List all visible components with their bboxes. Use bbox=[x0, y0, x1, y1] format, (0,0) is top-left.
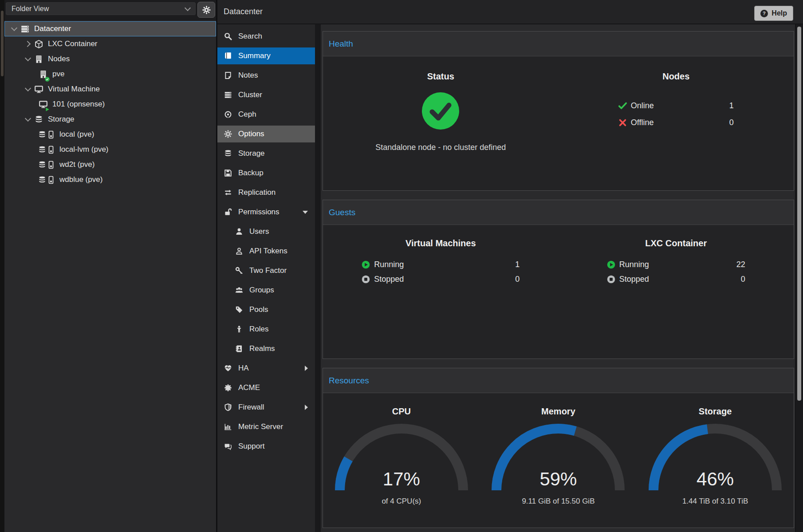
tree-header: Folder View bbox=[4, 0, 216, 20]
collapse-chevron-icon[interactable] bbox=[25, 55, 31, 61]
nodes-online-row: Online 1 bbox=[618, 101, 734, 110]
tree-item-storage-wdblue[interactable]: wdblue (pve) bbox=[4, 172, 216, 187]
row-label: Stopped bbox=[619, 275, 649, 284]
users-icon bbox=[235, 286, 243, 294]
database-icon bbox=[224, 150, 232, 158]
vm-stopped-count: 0 bbox=[515, 275, 520, 284]
cpu-heading: CPU bbox=[392, 406, 411, 417]
menu-item-two-factor[interactable]: Two Factor bbox=[217, 262, 315, 279]
menu-item-metric-server[interactable]: Metric Server bbox=[217, 418, 315, 435]
replication-icon bbox=[224, 189, 232, 197]
menu-item-support[interactable]: Support bbox=[217, 438, 315, 455]
key-icon bbox=[235, 267, 243, 275]
drive-icon bbox=[47, 146, 55, 154]
tree-item-lxc-container[interactable]: LXC Container bbox=[4, 36, 216, 51]
content-scrollbar-thumb[interactable] bbox=[797, 27, 801, 401]
tree-item-storage[interactable]: Storage bbox=[4, 112, 216, 127]
menu-item-ceph[interactable]: Ceph bbox=[217, 106, 315, 123]
tree-item-vm-101[interactable]: 101 (opnsense) bbox=[4, 97, 216, 112]
menu-item-label: Permissions bbox=[238, 208, 279, 217]
menu-item-label: Users bbox=[249, 227, 269, 236]
view-mode-select[interactable]: Folder View bbox=[6, 2, 196, 15]
menu-item-groups[interactable]: Groups bbox=[217, 282, 315, 299]
menu-item-replication[interactable]: Replication bbox=[217, 184, 315, 201]
menu-item-cluster[interactable]: Cluster bbox=[217, 87, 315, 103]
left-scrollbar-thumb[interactable] bbox=[1, 11, 4, 76]
menu-item-realms[interactable]: Realms bbox=[217, 340, 315, 357]
cpu-gauge: 17% bbox=[335, 424, 468, 491]
collapse-chevron-icon[interactable] bbox=[25, 85, 31, 91]
lxc-container-column: LXC Container Running 22 Stopped 0 bbox=[559, 225, 794, 359]
open-lock-icon bbox=[224, 208, 232, 216]
lxc-running-count: 22 bbox=[736, 260, 745, 269]
menu-item-storage[interactable]: Storage bbox=[217, 145, 315, 162]
row-label: Online bbox=[631, 101, 654, 110]
menu-item-backup[interactable]: Backup bbox=[217, 165, 315, 181]
caret-right-icon bbox=[305, 366, 308, 371]
nodes-offline-row: Offline 0 bbox=[618, 118, 734, 127]
tree-item-pve[interactable]: pve bbox=[4, 67, 216, 82]
tree-item-label: pve bbox=[52, 70, 64, 79]
offline-count: 0 bbox=[729, 118, 734, 127]
menu-item-permissions[interactable]: Permissions bbox=[217, 204, 315, 221]
menu-item-users[interactable]: Users bbox=[217, 223, 315, 240]
tree-item-label: LXC Container bbox=[48, 39, 98, 48]
collapse-chevron-icon[interactable] bbox=[25, 115, 31, 122]
menu-item-ha[interactable]: HA bbox=[217, 360, 315, 377]
tree-settings-button[interactable] bbox=[197, 2, 215, 18]
menu-item-roles[interactable]: Roles bbox=[217, 321, 315, 338]
top-bar: Datacenter Help bbox=[217, 0, 803, 24]
menu-item-label: Summary bbox=[238, 51, 271, 60]
tree-item-storage-wd2t[interactable]: wd2t (pve) bbox=[4, 157, 216, 172]
menu-item-label: Support bbox=[238, 442, 265, 451]
tree-item-label: local (pve) bbox=[59, 130, 94, 139]
menu-item-label: Two Factor bbox=[249, 266, 287, 275]
running-play-badge-icon bbox=[45, 107, 50, 112]
user-outline-icon bbox=[235, 247, 243, 255]
tree-item-storage-local[interactable]: local (pve) bbox=[4, 127, 216, 142]
health-panel: Health Status Standalone node - no clust… bbox=[323, 31, 794, 191]
comments-icon bbox=[224, 442, 232, 450]
menu-item-label: Roles bbox=[249, 325, 268, 334]
cluster-icon bbox=[224, 91, 232, 99]
menu-item-acme[interactable]: ACME bbox=[217, 379, 315, 396]
tree-item-label: Datacenter bbox=[34, 24, 71, 33]
virtual-machines-column: Virtual Machines Running 1 Stopped 0 bbox=[323, 225, 559, 359]
drive-icon bbox=[47, 176, 55, 184]
nodes-status-column: Nodes Online 1 Offline 0 bbox=[559, 56, 794, 190]
resources-panel: Resources CPU 17% of 4 CPU(s) Memory bbox=[323, 368, 794, 528]
tree-item-label: Nodes bbox=[48, 55, 70, 63]
menu-item-label: Realms bbox=[249, 344, 275, 353]
storage-percent: 46% bbox=[649, 469, 782, 490]
lxc-running-row: Running 22 bbox=[607, 258, 745, 271]
menu-item-summary[interactable]: Summary bbox=[217, 47, 315, 64]
menu-item-firewall[interactable]: Firewall bbox=[217, 399, 315, 416]
question-icon bbox=[760, 10, 768, 17]
menu-item-options[interactable]: Options bbox=[217, 126, 315, 142]
menu-item-api-tokens[interactable]: API Tokens bbox=[217, 243, 315, 260]
content-scrollbar[interactable] bbox=[795, 24, 803, 532]
tree-item-virtual-machine[interactable]: Virtual Machine bbox=[4, 82, 216, 97]
tree-item-nodes[interactable]: Nodes bbox=[4, 51, 216, 67]
menu-item-search[interactable]: Search bbox=[217, 28, 315, 45]
tree-item-datacenter[interactable]: Datacenter bbox=[4, 21, 216, 36]
expand-chevron-icon[interactable] bbox=[24, 41, 31, 47]
drive-icon bbox=[47, 130, 55, 139]
menu-item-notes[interactable]: Notes bbox=[217, 67, 315, 84]
menu-item-label: Ceph bbox=[238, 110, 256, 119]
database-icon bbox=[35, 115, 43, 124]
cpu-gauge-column: CPU 17% of 4 CPU(s) bbox=[323, 393, 480, 528]
tree-item-storage-local-lvm[interactable]: local-lvm (pve) bbox=[4, 142, 216, 157]
vm-running-row: Running 1 bbox=[362, 258, 520, 271]
collapse-chevron-icon[interactable] bbox=[11, 25, 17, 31]
help-button[interactable]: Help bbox=[754, 6, 793, 21]
menu-item-label: Replication bbox=[238, 188, 276, 197]
lxc-stopped-count: 0 bbox=[741, 275, 745, 284]
drive-icon bbox=[47, 161, 55, 169]
memory-percent: 59% bbox=[492, 469, 625, 490]
health-panel-header: Health bbox=[323, 32, 794, 56]
database-icon bbox=[38, 146, 46, 154]
menu-item-pools[interactable]: Pools bbox=[217, 301, 315, 318]
search-icon bbox=[224, 32, 232, 40]
address-book-icon bbox=[235, 345, 243, 353]
